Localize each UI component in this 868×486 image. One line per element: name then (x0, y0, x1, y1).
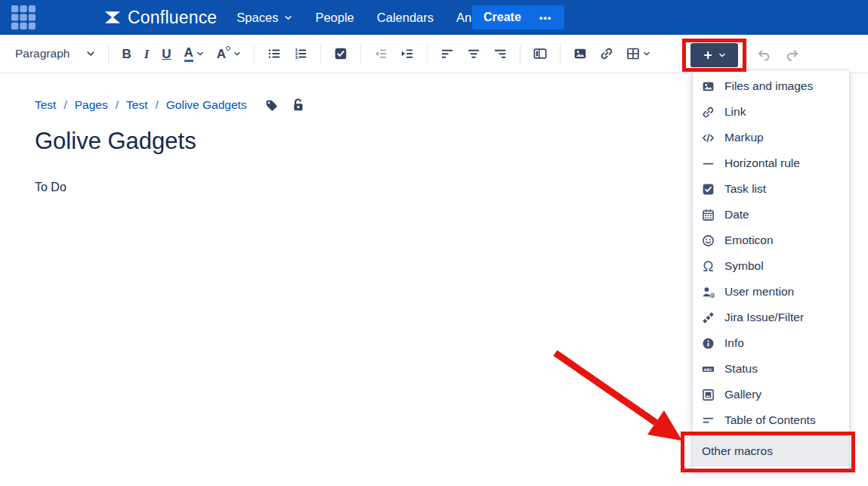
breadcrumb-link[interactable]: Pages (75, 98, 108, 112)
user-mention-icon: @ (702, 286, 715, 299)
menu-item-markup[interactable]: Markup (693, 125, 849, 150)
menu-item-status[interactable]: ABCStatus (693, 356, 849, 382)
text-color-button[interactable]: A (184, 46, 204, 62)
nav-item-label: Calendars (377, 11, 434, 25)
task-list-icon (334, 47, 348, 60)
task-check-icon (702, 183, 715, 196)
breadcrumb-link[interactable]: Test (35, 98, 56, 112)
editor-toolbar: Paragraph BIUAA123 (0, 35, 868, 73)
other-macros-menu-item[interactable]: Other macros (693, 436, 849, 466)
insert-more-button[interactable] (690, 43, 738, 67)
create-button[interactable]: Create (472, 5, 533, 29)
menu-item-gallery[interactable]: Gallery (693, 382, 849, 407)
breadcrumb-separator: / (116, 98, 119, 112)
menu-item-user-mention[interactable]: @User mention (693, 279, 849, 305)
menu-item-info[interactable]: Info (693, 330, 849, 356)
bold-button[interactable]: B (122, 48, 131, 60)
info-icon (702, 337, 715, 350)
page-title[interactable]: Golive Gadgets (35, 128, 196, 155)
hr-icon (702, 157, 715, 170)
top-navigation-bar: Confluence SpacesPeopleCalendarsAnalytic… (0, 0, 868, 35)
chevron-down-icon (86, 49, 95, 58)
outdent-button[interactable] (374, 47, 388, 60)
menu-item-date[interactable]: Date (693, 202, 849, 228)
svg-text:3: 3 (295, 55, 298, 60)
menu-item-label: Files and images (724, 79, 813, 93)
emoticon-icon (702, 234, 715, 247)
nav-item-people[interactable]: People (315, 11, 354, 25)
menu-item-table-of-contents[interactable]: Table of Contents (693, 407, 849, 433)
insert-link-button[interactable] (600, 47, 613, 60)
menu-item-label: Task list (724, 182, 766, 196)
insert-files-images-button[interactable] (573, 47, 587, 60)
insert-table-icon (626, 47, 640, 60)
toolbar-separator (254, 44, 255, 64)
undo-button[interactable] (757, 47, 771, 61)
menu-item-label: Date (724, 208, 749, 221)
status-icon: ABC (702, 363, 715, 376)
page-layout-button[interactable] (533, 47, 547, 60)
nav-more-button[interactable]: ••• (527, 5, 564, 29)
gallery-icon (702, 388, 715, 401)
chevron-down-icon (233, 50, 241, 57)
align-left-icon (440, 47, 454, 60)
menu-item-horizontal-rule[interactable]: Horizontal rule (693, 150, 849, 176)
more-formatting-button[interactable]: A (217, 48, 241, 60)
chevron-down-icon (284, 14, 292, 22)
numbered-list-button[interactable]: 123 (294, 47, 307, 60)
outdent-icon (374, 47, 388, 60)
insert-link-icon (600, 47, 613, 60)
confluence-logo[interactable]: Confluence (103, 8, 217, 28)
annotation-arrow (521, 325, 695, 453)
menu-item-label: Jira Issue/Filter (724, 311, 804, 324)
menu-item-label: Gallery (724, 388, 761, 401)
breadcrumb-separator: / (155, 98, 158, 112)
editor-body-text[interactable]: To Do (35, 181, 66, 194)
page-layout-icon (533, 47, 547, 60)
underline-button[interactable]: U (162, 48, 171, 60)
bullet-list-button[interactable] (267, 47, 281, 60)
toolbar-separator (360, 44, 361, 64)
breadcrumb-separator: / (63, 98, 66, 112)
insert-table-button[interactable] (626, 47, 650, 60)
menu-item-label: User mention (724, 285, 794, 299)
app-switcher-icon[interactable] (11, 5, 36, 30)
breadcrumb: Test / Pages / Test / Golive Gadgets (35, 98, 305, 113)
toolbar-separator (108, 44, 109, 64)
chevron-down-icon (643, 50, 650, 57)
undo-icon (757, 47, 771, 61)
italic-button[interactable]: I (144, 48, 150, 60)
bullet-list-icon (267, 47, 281, 60)
breadcrumb-icons (264, 98, 305, 113)
svg-text:ABC: ABC (703, 367, 712, 371)
nav-item-calendars[interactable]: Calendars (377, 11, 434, 25)
nav-item-spaces[interactable]: Spaces (236, 11, 292, 25)
paragraph-style-label: Paragraph (15, 47, 70, 60)
menu-item-link[interactable]: Link (693, 99, 849, 125)
redo-button[interactable] (785, 47, 799, 61)
indent-button[interactable] (400, 47, 414, 60)
align-center-button[interactable] (467, 47, 480, 60)
menu-item-emoticon[interactable]: Emoticon (693, 228, 849, 253)
labels-tag-icon[interactable] (264, 98, 279, 113)
breadcrumb-link[interactable]: Golive Gadgets (166, 98, 247, 112)
align-left-button[interactable] (440, 47, 454, 60)
unlock-icon[interactable] (290, 98, 305, 113)
menu-item-files-and-images[interactable]: Files and images (693, 73, 849, 99)
paragraph-style-dropdown[interactable]: Paragraph (15, 47, 95, 60)
numbered-list-icon: 123 (294, 47, 307, 60)
underline-glyph: U (162, 48, 171, 60)
insert-dropdown-menu: Files and imagesLinkMarkupHorizontal rul… (692, 70, 850, 470)
chevron-down-icon (718, 51, 726, 59)
confluence-logo-text: Confluence (128, 8, 217, 28)
bold-glyph: B (122, 48, 131, 60)
align-right-button[interactable] (493, 47, 507, 60)
menu-item-symbol[interactable]: Symbol (693, 253, 849, 279)
nav-item-label: Spaces (236, 11, 278, 25)
breadcrumb-link[interactable]: Test (126, 98, 147, 112)
menu-item-jira-issue-filter[interactable]: Jira Issue/Filter (693, 305, 849, 330)
svg-text:@: @ (709, 291, 715, 298)
redo-icon (785, 47, 799, 61)
task-list-button[interactable] (334, 47, 348, 60)
menu-item-task-list[interactable]: Task list (693, 176, 849, 202)
